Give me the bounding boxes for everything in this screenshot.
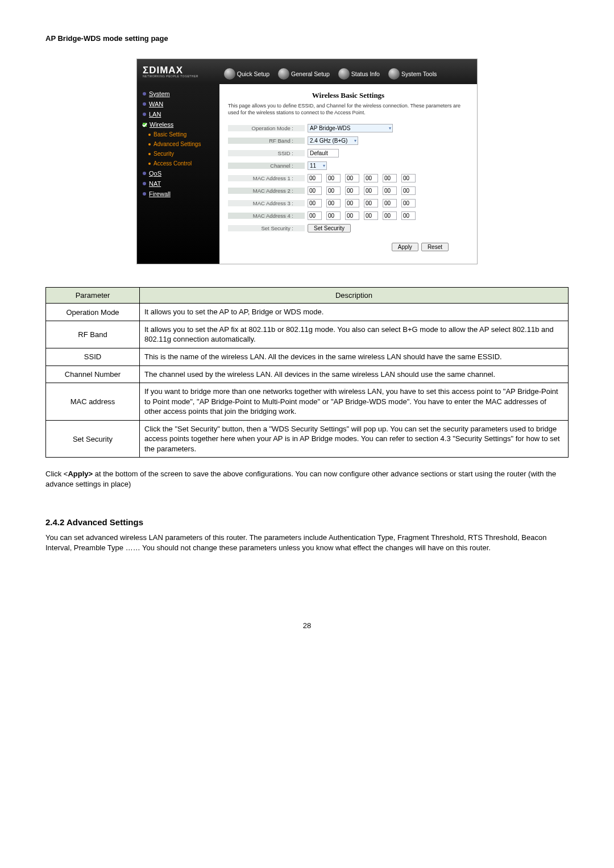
mac1-octet[interactable]	[401, 174, 416, 182]
row-rf-band: RF Band : 2.4 GHz (B+G)▾	[228, 134, 468, 147]
row-channel: Channel : 11▾	[228, 159, 468, 172]
channel-select[interactable]: 11▾	[308, 161, 327, 170]
tab-general-setup[interactable]: General Setup	[278, 68, 330, 84]
mac3-octet[interactable]	[345, 199, 359, 207]
row-mac2: MAC Address 2 :	[228, 184, 468, 197]
apply-button[interactable]: Apply	[392, 243, 418, 251]
sidebar-wireless[interactable]: Wireless	[137, 119, 219, 130]
panel-description: This page allows you to define ESSID, an…	[228, 103, 468, 116]
table-row: Operation ModeIt allows you to set the A…	[46, 304, 569, 321]
mac4-octet[interactable]	[326, 211, 341, 220]
bullet-icon	[143, 192, 146, 196]
desc-cell: Click the "Set Security" button, then a …	[140, 420, 569, 458]
mac2-octet[interactable]	[345, 186, 359, 195]
desc-cell: It allows you to set the AP to AP, Bridg…	[140, 304, 569, 321]
sidebar-advanced-settings[interactable]: Advanced Settings	[137, 139, 219, 149]
mac2-octet[interactable]	[383, 186, 397, 195]
chevron-down-icon: ▾	[389, 126, 391, 131]
logo-tagline: NETWORKING PEOPLE TOGETHER	[143, 75, 198, 78]
sidebar-wan[interactable]: WAN	[137, 99, 219, 109]
table-row: MAC addressIf you want to bridge more th…	[46, 383, 569, 421]
bullet-icon	[143, 102, 146, 106]
table-row: Channel NumberThe channel used by the wi…	[46, 366, 569, 383]
sidebar-basic-setting[interactable]: Basic Setting	[137, 130, 219, 139]
label-ssid: SSID :	[228, 150, 305, 156]
param-cell: Channel Number	[46, 366, 140, 383]
select-value: 2.4 GHz (B+G)	[310, 138, 347, 144]
mac2-octet[interactable]	[326, 186, 341, 195]
desc-cell: If you want to bridge more than one netw…	[140, 383, 569, 421]
tab-label: General Setup	[291, 70, 330, 77]
label-mac2: MAC Address 2 :	[228, 188, 305, 194]
param-cell: Operation Mode	[46, 304, 140, 321]
sidebar: System WAN LAN Wireless Basic Setting Ad…	[137, 84, 219, 264]
sidebar-access-control[interactable]: Access Control	[137, 159, 219, 168]
label-set-security: Set Security :	[228, 225, 305, 231]
operation-mode-select[interactable]: AP Bridge-WDS▾	[308, 124, 393, 132]
mac1-octet[interactable]	[345, 174, 359, 182]
set-security-button[interactable]: Set Security	[308, 224, 351, 232]
after-note: Click <Apply> at the bottom of the scree…	[45, 469, 569, 489]
mac2-octet[interactable]	[401, 186, 416, 195]
row-mac3: MAC Address 3 :	[228, 197, 468, 209]
panel-title: Wireless Basic Settings	[228, 91, 468, 100]
mac3-octet[interactable]	[326, 199, 341, 207]
mac4-octet[interactable]	[345, 211, 359, 220]
mac4-octet[interactable]	[383, 211, 397, 220]
sidebar-system[interactable]: System	[137, 89, 219, 99]
sidebar-sub-label: Basic Setting	[154, 131, 186, 138]
table-row: Set SecurityClick the "Set Security" but…	[46, 420, 569, 458]
mac4-octet[interactable]	[401, 211, 416, 220]
sidebar-sub-label: Security	[154, 151, 174, 157]
desc-cell: The channel used by the wireless LAN. Al…	[140, 366, 569, 383]
router-screenshot: ΣDIMAX NETWORKING PEOPLE TOGETHER Quick …	[136, 59, 478, 264]
reset-button[interactable]: Reset	[421, 243, 449, 251]
select-value: AP Bridge-WDS	[310, 125, 351, 131]
label-mac1: MAC Address 1 :	[228, 175, 305, 181]
after-rest: at the bottom of the screen to save the …	[45, 470, 556, 488]
sphere-icon	[224, 68, 235, 80]
screenshot-body: System WAN LAN Wireless Basic Setting Ad…	[137, 84, 477, 264]
sidebar-security[interactable]: Security	[137, 149, 219, 159]
tab-bar: Quick Setup General Setup Status Info Sy…	[224, 59, 437, 84]
row-set-security: Set Security : Set Security	[228, 222, 468, 234]
sidebar-firewall[interactable]: Firewall	[137, 189, 219, 199]
doc-heading: AP Bridge-WDS mode setting page	[45, 34, 569, 43]
mac4-octet[interactable]	[308, 211, 322, 220]
mac1-octet[interactable]	[383, 174, 397, 182]
sidebar-qos[interactable]: QoS	[137, 168, 219, 178]
tab-system-tools[interactable]: System Tools	[388, 68, 437, 84]
mac2-octet[interactable]	[364, 186, 378, 195]
table-header-description: Description	[140, 288, 569, 304]
sidebar-label: System	[149, 90, 170, 97]
ssid-input[interactable]	[308, 149, 339, 157]
bullet-icon	[148, 134, 151, 136]
after-bold: Apply>	[68, 470, 93, 478]
mac4-octet[interactable]	[364, 211, 378, 220]
bullet-icon	[148, 153, 151, 155]
rf-band-select[interactable]: 2.4 GHz (B+G)▾	[308, 136, 358, 145]
sidebar-lan[interactable]: LAN	[137, 109, 219, 119]
label-operation-mode: Operation Mode :	[228, 125, 305, 131]
sidebar-nat[interactable]: NAT	[137, 178, 219, 189]
table-row: RF BandIt allows you to set the AP fix a…	[46, 321, 569, 348]
mac2-octet[interactable]	[308, 186, 322, 195]
brand-logo: ΣDIMAX NETWORKING PEOPLE TOGETHER	[143, 65, 198, 78]
mac3-octet[interactable]	[383, 199, 397, 207]
bullet-icon	[143, 113, 146, 116]
mac3-octet[interactable]	[364, 199, 378, 207]
mac3-octet[interactable]	[308, 199, 322, 207]
mac1-octet[interactable]	[364, 174, 378, 182]
sidebar-label: Firewall	[149, 190, 171, 197]
tab-label: Status Info	[351, 70, 380, 77]
mac1-octet[interactable]	[326, 174, 341, 182]
mac3-octet[interactable]	[401, 199, 416, 207]
select-value: 11	[310, 163, 316, 169]
mac1-octet[interactable]	[308, 174, 322, 182]
table-header-parameter: Parameter	[46, 288, 140, 304]
tab-quick-setup[interactable]: Quick Setup	[224, 68, 269, 84]
action-row: Apply Reset	[228, 243, 468, 251]
tab-status-info[interactable]: Status Info	[338, 68, 380, 84]
sidebar-label: Wireless	[150, 121, 173, 128]
sidebar-label: NAT	[149, 180, 161, 187]
